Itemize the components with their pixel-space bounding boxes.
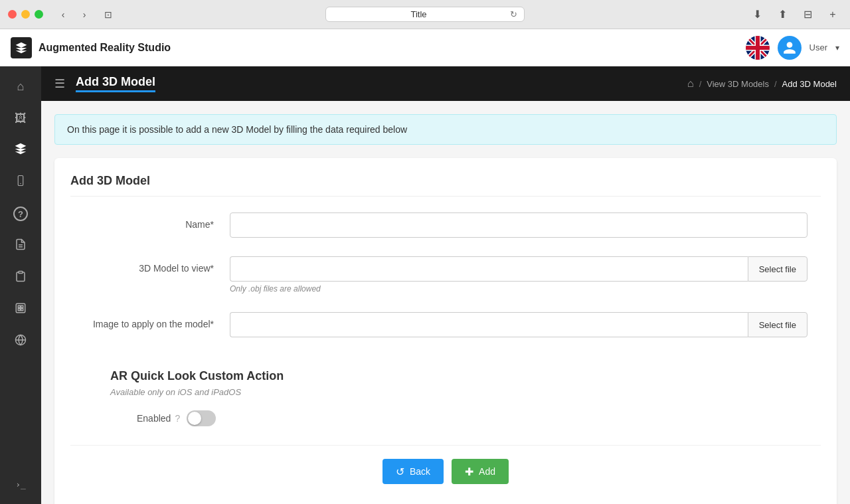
add-button[interactable]: ✚ Add (452, 459, 509, 484)
svg-rect-8 (18, 305, 20, 307)
model-label: 3D Model to view* (84, 256, 230, 274)
split-view-button[interactable]: ⊟ (798, 7, 817, 22)
name-input[interactable] (230, 212, 808, 238)
svg-rect-6 (19, 271, 23, 273)
svg-rect-11 (21, 308, 23, 310)
content-area: ☰ Add 3D Model ⌂ / View 3D Models / Add … (41, 66, 850, 504)
sidebar: ⌂ 🖼 ? (0, 66, 41, 504)
refresh-button[interactable]: ↻ (510, 9, 517, 19)
image-label: Image to apply on the model* (84, 312, 230, 329)
add-tab-button[interactable]: + (823, 7, 842, 22)
sidebar-item-clipboard[interactable] (5, 263, 37, 292)
breadcrumb: ⌂ / View 3D Models / Add 3D Model (687, 78, 837, 90)
svg-rect-9 (21, 305, 23, 307)
share-button[interactable]: ⬆ (773, 7, 792, 22)
sidebar-item-terminal[interactable]: ›_ (5, 469, 37, 499)
main-layout: ⌂ 🖼 ? (0, 66, 850, 504)
name-row: Name* (70, 212, 821, 238)
global-icon (15, 334, 27, 349)
window-controls: ⬇ ⬆ ⊟ + (748, 7, 842, 22)
form-actions: ↺ Back ✚ Add (70, 445, 821, 497)
back-icon: ↺ (396, 465, 404, 478)
sidebar-item-global[interactable] (5, 327, 37, 356)
user-label: User (809, 42, 827, 52)
image-row: Image to apply on the model* Select file (70, 312, 821, 337)
image-icon: 🖼 (15, 112, 27, 126)
page-content: On this page it is possible to add a new… (41, 101, 850, 504)
terminal-icon: ›_ (15, 479, 26, 489)
breadcrumb-view-models[interactable]: View 3D Models (707, 79, 769, 89)
breadcrumb-current: Add 3D Model (782, 79, 837, 89)
user-dropdown-arrow[interactable]: ▾ (835, 43, 839, 52)
enabled-toggle[interactable] (187, 410, 216, 426)
sidebar-item-gallery[interactable] (5, 295, 37, 324)
model-file-input[interactable] (230, 256, 748, 282)
info-banner: On this page it is possible to add a new… (54, 114, 837, 145)
form-card: Add 3D Model Name* 3D Model to view* Sel… (54, 158, 837, 504)
close-button[interactable] (8, 10, 17, 19)
sidebar-item-help[interactable]: ? (5, 199, 37, 228)
toggle-knob (188, 412, 201, 425)
header-right: User ▾ (746, 36, 839, 60)
info-banner-text: On this page it is possible to add a new… (67, 124, 407, 135)
sidebar-item-ar[interactable] (5, 135, 37, 165)
app-logo: Augmented Reality Studio (11, 37, 171, 58)
ar-quick-look-section: AR Quick Look Custom Action Available on… (70, 356, 821, 440)
minimize-button[interactable] (21, 10, 30, 19)
logo-icon (11, 37, 32, 58)
enabled-help-icon[interactable]: ? (175, 413, 180, 424)
sidebar-item-docs[interactable] (5, 231, 37, 260)
breadcrumb-home-button[interactable]: ⌂ (687, 78, 694, 90)
download-button[interactable]: ⬇ (748, 7, 766, 22)
form-card-title: Add 3D Model (70, 174, 821, 197)
address-bar[interactable]: Title ↻ (325, 7, 525, 22)
sidebar-item-images[interactable]: 🖼 (5, 104, 37, 133)
document-icon (15, 238, 27, 254)
image-file-wrapper: Select file (230, 312, 808, 337)
macos-titlebar: ‹ › ⊡ Title ↻ ⬇ ⬆ ⊟ + (0, 0, 850, 29)
model-row: 3D Model to view* Select file Only .obj … (70, 256, 821, 294)
mobile-icon (15, 175, 27, 190)
ar-models-icon (14, 142, 27, 159)
name-field (230, 212, 808, 238)
address-title: Title (333, 9, 505, 19)
name-label: Name* (84, 212, 230, 230)
reader-view-button[interactable]: ⊡ (99, 7, 118, 22)
image-file-input[interactable] (230, 312, 748, 337)
user-avatar[interactable] (778, 36, 802, 60)
breadcrumb-sep-1: / (699, 79, 702, 89)
home-icon: ⌂ (17, 80, 25, 94)
nav-arrows: ‹ › (54, 7, 94, 22)
sidebar-item-home[interactable]: ⌂ (5, 72, 37, 101)
breadcrumb-sep-2: / (774, 79, 777, 89)
app-title: Augmented Reality Studio (39, 42, 171, 54)
ar-section-subtitle: Available only on iOS and iPadOS (110, 387, 781, 397)
page-title: Add 3D Model (76, 75, 155, 92)
model-file-wrapper: Select file (230, 256, 808, 282)
image-field: Select file (230, 312, 808, 337)
enabled-toggle-row: Enabled ? (110, 410, 781, 426)
maximize-button[interactable] (35, 10, 43, 19)
forward-arrow[interactable]: › (75, 7, 94, 22)
clipboard-icon (15, 270, 27, 286)
page-header-bar: ☰ Add 3D Model ⌂ / View 3D Models / Add … (41, 66, 850, 101)
logo-svg (15, 41, 28, 54)
add-icon: ✚ (465, 465, 473, 478)
image-select-file-button[interactable]: Select file (748, 312, 808, 337)
hamburger-button[interactable]: ☰ (54, 76, 65, 91)
back-arrow[interactable]: ‹ (54, 7, 72, 22)
help-icon: ? (13, 207, 28, 221)
app-header: Augmented Reality Studio User ▾ (0, 29, 850, 66)
svg-point-3 (20, 183, 21, 184)
enabled-label: Enabled ? (137, 413, 180, 424)
model-field: Select file Only .obj files are allowed (230, 256, 808, 294)
gallery-icon (15, 302, 27, 317)
model-field-hint: Only .obj files are allowed (230, 284, 808, 294)
sidebar-item-mobile[interactable] (5, 167, 37, 197)
ar-section-title: AR Quick Look Custom Action (110, 369, 781, 383)
model-select-file-button[interactable]: Select file (748, 256, 808, 282)
language-flag[interactable] (746, 36, 770, 60)
traffic-lights (8, 10, 43, 19)
back-button[interactable]: ↺ Back (382, 459, 444, 484)
svg-rect-10 (18, 308, 20, 310)
